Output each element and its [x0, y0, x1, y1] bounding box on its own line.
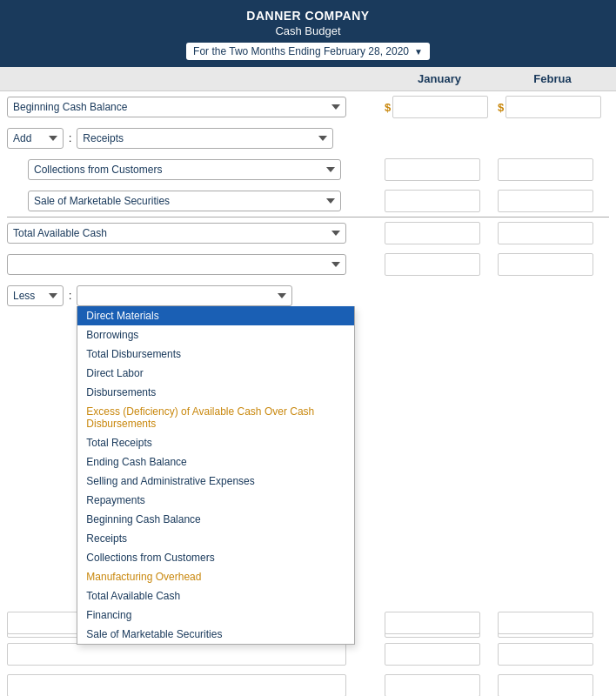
- sale-securities-jan: [381, 190, 494, 212]
- add-colon: :: [69, 132, 71, 144]
- beginning-cash-balance-jan: $: [381, 96, 494, 118]
- sale-securities-feb: [494, 190, 607, 212]
- input-row-c: [0, 670, 616, 696]
- column-headers: January Februa: [0, 67, 616, 91]
- input-row-c-jan-input[interactable]: [385, 674, 480, 696]
- empty-row-1-jan: [381, 253, 494, 276]
- sale-securities-dropdown[interactable]: Sale of Marketable Securities: [28, 191, 341, 211]
- input-row-b-label-field[interactable]: [7, 643, 346, 666]
- period-selector[interactable]: For the Two Months Ending February 28, 2…: [186, 43, 430, 60]
- dropdown-option-total-available-cash[interactable]: Total Available Cash: [77, 586, 354, 606]
- beginning-cash-balance-label-area: Beginning Cash Balance: [7, 97, 381, 117]
- beginning-cash-balance-feb: $: [494, 96, 607, 118]
- input-row-b-label: [7, 643, 381, 666]
- beginning-cash-balance-dropdown[interactable]: Beginning Cash Balance: [7, 97, 346, 117]
- collections-row: Collections from Customers: [0, 154, 616, 185]
- company-name: DANNER COMPANY: [0, 9, 616, 23]
- dropdown-option-direct-labor[interactable]: Direct Labor: [77, 364, 354, 383]
- dollar-sign-jan-1: $: [385, 101, 391, 114]
- dropdown-option-financing[interactable]: Financing: [77, 606, 354, 625]
- sale-securities-row: Sale of Marketable Securities: [0, 185, 616, 217]
- collections-jan: [381, 158, 494, 181]
- less-row: Less Add : Direct Materials Borrowings T…: [0, 280, 616, 311]
- col-header-february: Februa: [496, 72, 609, 85]
- input-row-b-feb-input[interactable]: [498, 643, 593, 666]
- dropdown-option-borrowings[interactable]: Borrowings: [77, 325, 354, 345]
- dropdown-list-open: Direct Materials Borrowings Total Disbur…: [77, 306, 355, 645]
- receipts-dropdown[interactable]: Receipts: [77, 128, 333, 149]
- collections-jan-input[interactable]: [385, 158, 480, 181]
- total-available-cash-jan: [381, 222, 494, 244]
- dropdown-option-beginning-cash-balance[interactable]: Beginning Cash Balance: [77, 510, 354, 529]
- period-chevron-icon: ▼: [414, 47, 423, 57]
- input-row-b-jan: [381, 643, 494, 666]
- collections-dropdown[interactable]: Collections from Customers: [28, 159, 341, 180]
- input-row-c-feb-input[interactable]: [498, 674, 593, 696]
- total-available-cash-label-area: Total Available Cash: [7, 223, 381, 244]
- dropdown-option-disbursements[interactable]: Disbursements: [77, 383, 354, 402]
- main-content: Beginning Cash Balance $ $ Add Less : Re…: [0, 91, 616, 607]
- dropdown-option-ending-cash-balance[interactable]: Ending Cash Balance: [77, 452, 354, 472]
- dropdown-option-total-disbursements[interactable]: Total Disbursements: [77, 345, 354, 364]
- add-dropdown[interactable]: Add Less: [7, 128, 64, 149]
- add-receipts-label-area: Add Less : Receipts: [7, 128, 381, 149]
- col-header-january: January: [383, 72, 496, 85]
- report-title: Cash Budget: [0, 24, 616, 37]
- total-available-cash-feb-input[interactable]: [498, 222, 593, 244]
- input-row-c-label: [7, 674, 381, 696]
- collections-feb-input[interactable]: [498, 158, 593, 181]
- page-header: DANNER COMPANY Cash Budget For the Two M…: [0, 0, 616, 67]
- input-row-c-feb: [494, 674, 607, 696]
- dropdown-option-repayments[interactable]: Repayments: [77, 491, 354, 510]
- dollar-sign-feb-1: $: [498, 101, 504, 114]
- input-row-b-feb: [494, 643, 607, 666]
- empty-row-1-feb: [494, 253, 607, 276]
- empty-row-1-label-area: [7, 254, 381, 275]
- input-row-a-jan: [381, 612, 494, 634]
- dropdown-option-excess-deficiency[interactable]: Excess (Deficiency) of Available Cash Ov…: [77, 402, 354, 433]
- dropdown-option-total-receipts[interactable]: Total Receipts: [77, 433, 354, 452]
- sale-securities-jan-input[interactable]: [385, 190, 480, 212]
- period-label: For the Two Months Ending February 28, 2…: [193, 45, 409, 57]
- dropdown-option-manufacturing-overhead[interactable]: Manufacturing Overhead: [77, 567, 354, 586]
- beginning-cash-balance-row: Beginning Cash Balance $ $: [0, 91, 616, 123]
- input-row-a-feb: [494, 612, 607, 634]
- input-row-c-label-field[interactable]: [7, 674, 346, 696]
- less-label-area: Less Add : Direct Materials Borrowings T…: [7, 285, 381, 306]
- collections-label-area: Collections from Customers: [7, 159, 381, 180]
- dropdown-option-direct-materials[interactable]: Direct Materials: [77, 306, 354, 325]
- input-row-a-feb-input[interactable]: [498, 612, 593, 634]
- input-row-a-jan-input[interactable]: [385, 612, 480, 634]
- sale-securities-feb-input[interactable]: [498, 190, 593, 212]
- less-dropdown[interactable]: Less Add: [7, 285, 64, 306]
- total-available-cash-feb: [494, 222, 607, 244]
- beginning-cash-balance-feb-input[interactable]: [506, 96, 601, 118]
- total-available-cash-dropdown[interactable]: Total Available Cash: [7, 223, 346, 244]
- dropdown-option-sale-marketable[interactable]: Sale of Marketable Securities: [77, 625, 354, 644]
- total-available-cash-row: Total Available Cash: [0, 218, 616, 249]
- sale-securities-label-area: Sale of Marketable Securities: [7, 191, 381, 211]
- input-row-b-jan-input[interactable]: [385, 643, 480, 666]
- input-row-c-jan: [381, 674, 494, 696]
- empty-dropdown-1[interactable]: [7, 254, 346, 275]
- less-item-dropdown[interactable]: [77, 285, 292, 306]
- less-item-container: Direct Materials Borrowings Total Disbur…: [77, 285, 292, 306]
- dropdown-option-selling-admin[interactable]: Selling and Administrative Expenses: [77, 472, 354, 491]
- dropdown-option-receipts[interactable]: Receipts: [77, 529, 354, 548]
- beginning-cash-balance-jan-input[interactable]: [392, 96, 488, 118]
- dropdown-option-collections[interactable]: Collections from Customers: [77, 548, 354, 567]
- less-colon: :: [69, 290, 71, 302]
- total-available-cash-jan-input[interactable]: [385, 222, 480, 244]
- empty-row-1-feb-input[interactable]: [498, 253, 593, 276]
- empty-row-1-jan-input[interactable]: [385, 253, 480, 276]
- empty-row-1: [0, 249, 616, 280]
- collections-feb: [494, 158, 607, 181]
- add-receipts-row: Add Less : Receipts: [0, 123, 616, 154]
